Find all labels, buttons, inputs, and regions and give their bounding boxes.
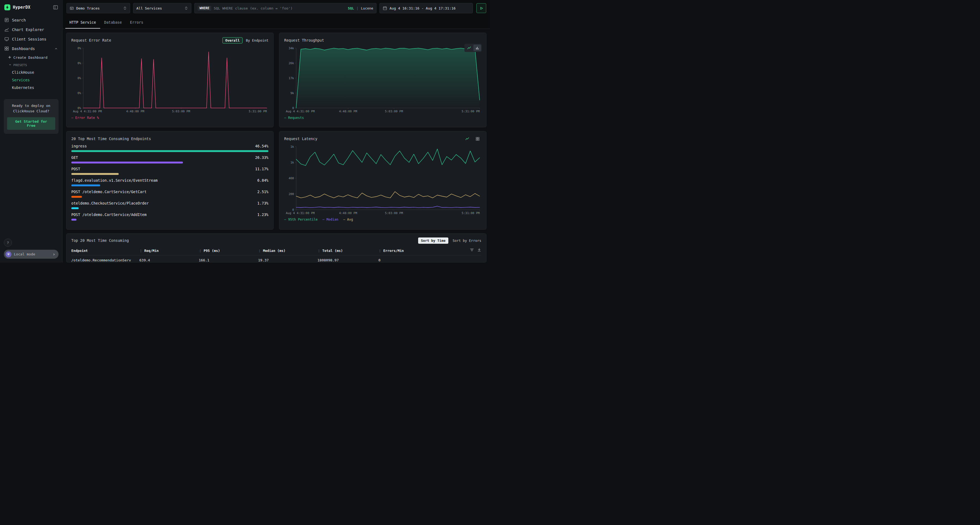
app-title: HyperDX [13,5,30,10]
calendar-icon [383,6,387,10]
source-select[interactable]: Demo Traces [67,3,130,13]
throughput-chart: 34k26k17k9k0Aug 4 4:31:00 PM4:48:00 PM5:… [284,45,481,115]
endpoint-bar [71,173,119,175]
request-error-rate-card: Request Error Rate Overall By Endpoint 0… [66,33,274,127]
search-input[interactable] [214,6,345,10]
where-search-control[interactable]: WHERE SQL | Lucene [194,3,377,13]
sidebar-item-services[interactable]: Services [0,76,62,84]
table-column-header[interactable]: Endpoint [71,246,139,255]
sort-by-time-button[interactable]: Sort by Time [418,238,448,244]
endpoint-bar-item[interactable]: ingress46.54% [71,144,269,152]
top-endpoints-card: 20 Top Most Time Consuming Endpoints ing… [66,131,274,230]
table-row[interactable]: /oteldemo.RecommendationServ639.4166.119… [71,255,481,263]
legend-item: — 95th Percentile [284,217,318,221]
line-chart-icon[interactable] [463,135,471,142]
table-cell: 19.37 [258,255,317,263]
svg-text:5:03:00 PM: 5:03:00 PM [385,109,403,113]
sidebar-collapse-icon[interactable] [53,5,58,10]
sidebar-item-client-sessions[interactable]: Client Sessions [0,34,62,44]
mode-divider: | [356,6,358,10]
chart-explorer-icon [4,27,9,32]
endpoint-bar-item[interactable]: oteldemo.CheckoutService/PlaceOrder1.73% [71,201,269,209]
filter-icon[interactable] [470,248,474,253]
table-column-header[interactable]: ⋮Median (ms) [258,246,317,255]
presets-toggle[interactable]: PRESETS [0,62,62,68]
get-started-button[interactable]: Get Started for Free [7,117,55,130]
lucene-mode-toggle[interactable]: Lucene [361,6,373,10]
error-rate-chart: 0%0%0%0%0%Aug 4 4:31:00 PM4:48:00 PM5:03… [71,45,269,115]
card-title: Request Throughput [284,38,324,43]
svg-text:26k: 26k [288,62,294,65]
sort-controls: Sort by Time Sort by Errors [418,238,481,244]
endpoint-bar-item[interactable]: POST /oteldemo.CartService/AddItem1.23% [71,213,269,220]
endpoint-label: POST [71,167,80,171]
endpoint-label: flagd.evaluation.v1.Service/EventStream [71,178,158,182]
svg-text:0: 0 [292,208,294,212]
table-column-header[interactable]: ⋮Errors/Min [379,246,481,255]
table-column-header[interactable]: ⋮Total (ms) [317,246,379,255]
local-mode-button[interactable]: U Local mode › [4,250,59,259]
table-tools [470,248,481,253]
hyperdx-logo-icon [4,4,10,10]
table-column-header[interactable]: ⋮Req/Min [139,246,199,255]
bar-chart-icon[interactable] [473,44,481,51]
endpoint-bar-item[interactable]: POST11.17% [71,167,269,175]
endpoint-label: ingress [71,144,87,148]
sidebar-item-chart-explorer[interactable]: Chart Explorer [0,25,62,34]
svg-text:5:31:00 PM: 5:31:00 PM [462,211,480,215]
table-cell: 639.4 [139,255,199,263]
svg-text:0%: 0% [78,76,81,80]
by-endpoint-toggle[interactable]: By Endpoint [246,38,269,43]
endpoint-bar-item[interactable]: POST /oteldemo.CartService/GetCart2.51% [71,190,269,198]
endpoint-bar [71,162,183,163]
sidebar-item-search[interactable]: Search [0,15,62,25]
service-select-value: All Services [136,6,162,10]
legend-item: — Median [323,217,338,221]
endpoint-label: GET [71,155,78,160]
main-area: Demo Traces All Services WHERE SQL | Luc… [63,0,490,262]
svg-text:1k: 1k [290,161,294,164]
error-rate-legend: — Error Rate % [71,116,269,120]
tab-bar: HTTP Service Database Errors [63,16,490,29]
endpoint-label: POST /oteldemo.CartService/GetCart [71,190,146,194]
column-drag-icon: ⋮ [379,249,381,253]
clickhouse-cloud-promo: Ready to deploy on ClickHouse Cloud? Get… [4,99,59,134]
line-chart-icon[interactable] [465,44,473,51]
endpoint-bar [71,184,100,186]
sidebar-item-kubernetes[interactable]: Kubernetes [0,84,62,91]
help-button[interactable]: ? [4,239,12,247]
run-query-button[interactable] [476,3,486,13]
sql-mode-toggle[interactable]: SQL [348,6,354,10]
svg-text:400: 400 [288,176,294,180]
time-range-value: Aug 4 16:31:16 - Aug 4 17:31:16 [390,6,456,10]
overall-toggle[interactable]: Overall [223,37,243,43]
legend-item: — Error Rate % [71,116,99,120]
download-icon[interactable] [477,248,481,253]
sidebar-item-clickhouse[interactable]: ClickHouse [0,68,62,76]
svg-text:4:48:00 PM: 4:48:00 PM [126,109,145,113]
heatmap-chart-icon[interactable] [474,135,481,142]
time-range-picker[interactable]: Aug 4 16:31:16 - Aug 4 17:31:16 [379,3,473,13]
tab-database[interactable]: Database [100,16,126,29]
table-cell: 1808098.97 [317,255,379,263]
svg-text:Aug 4 4:31:00 PM: Aug 4 4:31:00 PM [286,109,315,113]
svg-text:5:31:00 PM: 5:31:00 PM [249,109,267,113]
endpoint-bar-item[interactable]: flagd.evaluation.v1.Service/EventStream6… [71,178,269,186]
service-select[interactable]: All Services [133,3,191,13]
sort-by-errors-button[interactable]: Sort by Errors [453,239,481,243]
select-chevrons-icon [123,6,127,10]
tab-errors[interactable]: Errors [126,16,148,29]
endpoint-percent: 46.54% [255,144,269,148]
create-dashboard-button[interactable]: Create Dashboard [0,53,62,62]
sidebar-item-dashboards[interactable]: Dashboards [0,44,62,53]
table-cell: 166.1 [199,255,258,263]
request-throughput-card: Request Throughput 34k26k17k9k0Aug 4 4:3… [279,33,487,127]
hyperdx-logo[interactable]: HyperDX [4,4,30,10]
tab-http-service[interactable]: HTTP Service [65,16,100,29]
table-column-header[interactable]: ⋮P95 (ms) [199,246,258,255]
search-icon [4,18,9,22]
plus-icon [8,56,11,60]
endpoint-bar-item[interactable]: GET26.33% [71,155,269,163]
svg-text:5:03:00 PM: 5:03:00 PM [385,211,403,215]
request-latency-card: Request Latency 1k1k4002000Aug 4 4:31:00… [279,131,487,230]
